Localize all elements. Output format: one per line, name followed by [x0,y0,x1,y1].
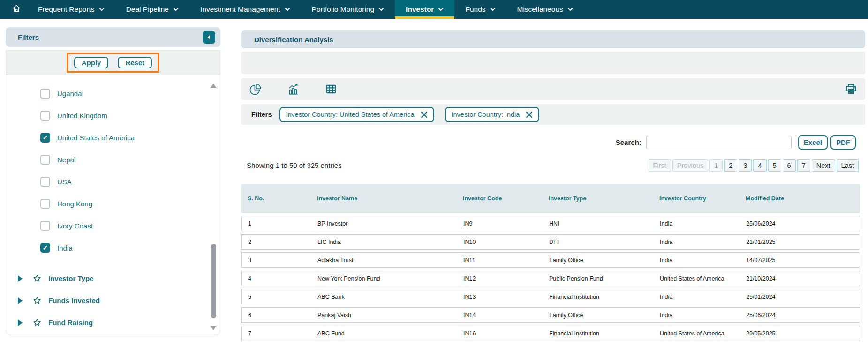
nav-menu-item[interactable]: Funds [454,0,506,19]
table-row[interactable]: 7 ABC Fund IN16 Financial Institution Un… [241,326,860,341]
table-row[interactable]: 1 BP Investor IN9 HNI India 25/06/2024 [241,216,860,231]
printer-icon [845,83,858,96]
home-icon [12,4,21,15]
country-filter-item[interactable]: USA [6,171,220,193]
filter-chip[interactable]: Investor Country: India [445,107,540,122]
filter-section-item[interactable]: Fund Raising [6,312,220,334]
scroll-up-icon[interactable] [211,84,216,88]
pagination-button[interactable]: Next [812,159,835,172]
apply-button[interactable]: Apply [74,57,109,68]
nav-menu-item[interactable]: Investor [395,0,454,19]
table-row[interactable]: 6 Pankaj Vaish IN14 Family Office India … [241,307,860,323]
collapse-sidebar-button[interactable] [203,31,215,44]
pagination-button[interactable]: 7 [797,159,810,172]
cell-modified-date: 29/05/2025 [740,330,860,337]
table-header-cell[interactable]: S. No. [241,195,310,202]
table-row[interactable]: 4 New York Pension Fund IN12 Public Pens… [241,271,860,286]
pagination-button-label: Previous [677,162,703,169]
checkbox[interactable] [40,155,50,165]
main-content: Diversification Analysis [241,30,865,341]
country-filter-item[interactable]: Uganda [6,83,220,105]
checkbox[interactable] [40,111,50,121]
cell-investor-type: Family Office [543,257,653,264]
country-filter-item[interactable]: United States of America [6,127,220,149]
star-icon[interactable] [32,274,42,283]
country-filter-item[interactable]: India [6,237,220,259]
checkbox[interactable] [40,89,50,99]
pagination-button[interactable]: 3 [739,159,752,172]
chevron-down-icon [438,8,444,11]
pie-chart-view-button[interactable] [249,83,262,96]
pagination-button[interactable]: 2 [724,159,737,172]
pagination-button[interactable]: 6 [783,159,796,172]
table-header-cell[interactable]: Investor Country [653,195,739,202]
apply-reset-row: Apply Reset [6,51,220,75]
filter-section-item[interactable]: Investor Type [6,267,220,289]
checkbox[interactable] [40,133,50,143]
cell-serial-number: 5 [242,294,311,300]
nav-menu-item[interactable]: Deal Pipeline [115,0,189,19]
table-header-cell[interactable]: Investor Type [542,195,653,202]
export-pdf-button[interactable]: PDF [830,135,856,150]
table-row[interactable]: 5 ABC Bank IN13 Financial Institution In… [241,289,860,304]
country-filter-item[interactable]: Ivory Coast [6,215,220,237]
star-icon[interactable] [32,318,42,327]
bar-chart-view-button[interactable] [287,83,300,96]
filter-section-item[interactable]: Funds Invested [6,289,220,312]
checkbox[interactable] [40,221,50,231]
table-row[interactable]: 2 LIC India IN10 DFI India 21/01/2025 [241,234,860,250]
checkbox[interactable] [40,177,50,187]
search-label: Search: [616,138,642,146]
page-title-bar: Diversification Analysis [241,30,865,48]
nav-menu-item[interactable]: Portfolio Monitoring [301,0,395,19]
scrollbar-thumb[interactable] [211,244,216,318]
pagination-button[interactable]: 4 [753,159,766,172]
country-filter-item[interactable]: Hong Kong [6,193,220,215]
checkbox[interactable] [40,199,50,209]
pagination-button[interactable]: First [649,159,671,172]
filter-chip[interactable]: Investor Country: United States of Ameri… [279,107,434,122]
pagination-button[interactable]: 1 [709,159,723,172]
table-header-cell[interactable]: Modified Date [739,195,860,202]
expand-triangle-icon[interactable] [18,319,23,326]
country-filter-item[interactable]: Nepal [6,149,220,171]
cell-investor-country: India [653,239,740,245]
sidebar-scrollbar[interactable] [211,84,217,330]
cell-serial-number: 3 [242,257,311,264]
cell-investor-code: IN16 [457,330,543,337]
expand-triangle-icon[interactable] [18,297,23,304]
cell-modified-date: 21/10/2024 [740,275,860,282]
cell-investor-name: Adlakha Trust [311,257,457,264]
table-row[interactable]: 3 Adlakha Trust IN11 Family Office India… [241,252,860,268]
remove-filter-icon[interactable] [421,111,428,118]
country-filter-item[interactable]: United Kingdom [6,105,220,127]
cell-investor-country: United States of America [653,330,740,337]
pagination-button[interactable]: Last [837,159,859,172]
filters-sidebar: Filters Apply Reset Uganda Unit [6,27,220,335]
print-button[interactable] [845,83,858,96]
country-label: Ivory Coast [57,222,93,230]
top-navigation: Frequent Reports Deal Pipeline Investmen… [0,0,868,19]
scroll-down-icon[interactable] [211,326,216,330]
chevron-down-icon [285,8,290,11]
checkbox[interactable] [40,243,50,253]
pagination-button[interactable]: 5 [768,159,781,172]
nav-menu-item[interactable]: Frequent Reports [27,0,115,19]
pagination-button[interactable]: Previous [672,159,708,172]
remove-filter-icon[interactable] [526,111,533,118]
table-view-button[interactable] [325,83,338,96]
filter-chip-label: Investor Country: United States of Ameri… [286,111,415,118]
reset-button[interactable]: Reset [118,57,152,68]
table-header-cell[interactable]: Investor Code [456,195,542,202]
search-input[interactable] [646,136,792,149]
table-header-cell[interactable]: Investor Name [310,195,456,202]
nav-menu-item[interactable]: Miscellaneous [506,0,584,19]
cell-investor-code: IN9 [457,220,543,227]
export-excel-button[interactable]: Excel [798,135,828,150]
cell-modified-date: 25/06/2024 [740,220,860,227]
country-filter-list: Uganda United Kingdom United States of A… [6,75,220,259]
expand-triangle-icon[interactable] [18,275,23,282]
star-icon[interactable] [32,296,42,305]
home-button[interactable] [6,0,27,19]
nav-menu-item[interactable]: Investment Management [189,0,301,19]
